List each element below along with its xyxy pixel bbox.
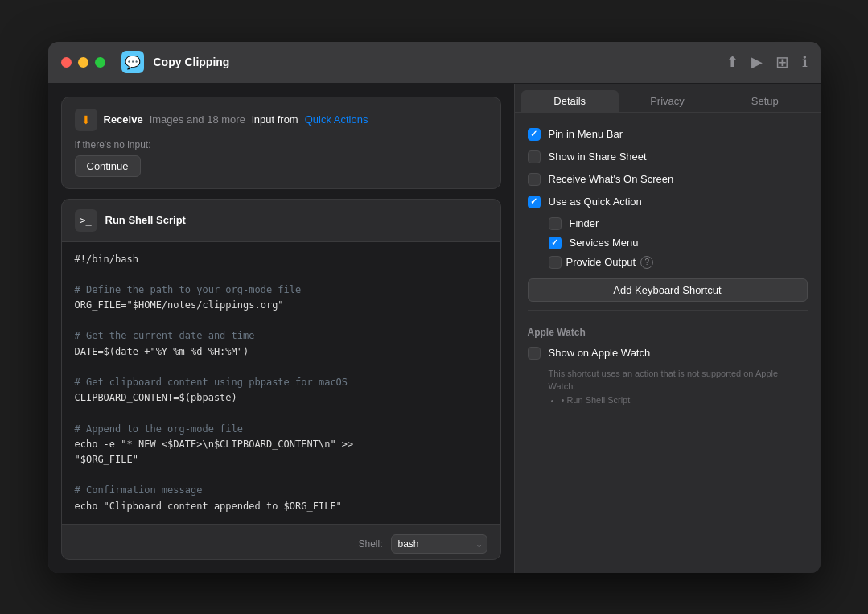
comment1: # Define the path to your org-mode file xyxy=(75,284,302,295)
window-title: Copy Clipping xyxy=(154,56,717,68)
apple-watch-label: Show on Apple Watch xyxy=(549,347,651,359)
receive-sublabel: Images and 18 more xyxy=(150,113,245,126)
no-input-label: If there's no input: xyxy=(75,139,487,150)
org-file-line: ORG_FILE="$HOME/notes/clippings.org" xyxy=(75,299,284,311)
show-share-sheet-label: Show in Share Sheet xyxy=(549,150,647,163)
shell-select-wrapper: bash xyxy=(391,534,487,554)
tab-setup[interactable]: Setup xyxy=(716,90,813,112)
side-tabs: Details Privacy Setup xyxy=(515,84,821,113)
pin-menu-bar-label: Pin in Menu Bar xyxy=(549,128,623,140)
show-share-sheet-checkbox[interactable] xyxy=(528,150,541,163)
minimize-button[interactable] xyxy=(78,57,88,68)
services-menu-checkbox[interactable] xyxy=(549,237,562,249)
receive-block: ⬇ Receive Images and 18 more input from … xyxy=(61,97,501,189)
comment3: # Get clipboard content using pbpaste fo… xyxy=(75,377,348,388)
traffic-lights xyxy=(61,57,105,68)
script-icon: >_ xyxy=(75,209,97,232)
provide-output-label: Provide Output xyxy=(566,256,636,268)
run-button[interactable]: ▶ xyxy=(751,53,763,71)
finder-row: Finder xyxy=(549,216,808,232)
app-window: 💬 Copy Clipping ⬆ ▶ ⊞ ℹ ⬇ Receive Images… xyxy=(48,42,821,573)
use-quick-action-label: Use as Quick Action xyxy=(549,196,642,208)
apple-watch-checkbox[interactable] xyxy=(528,347,541,360)
apple-watch-note: This shortcut uses an action that is not… xyxy=(549,367,808,407)
script-block: >_ Run Shell Script #!/bin/bash # Define… xyxy=(61,199,501,560)
receive-from: input from xyxy=(252,113,298,126)
script-header: >_ Run Shell Script xyxy=(62,200,500,242)
date-line: DATE=$(date +"%Y-%m-%d %H:%M") xyxy=(75,346,249,357)
continue-button[interactable]: Continue xyxy=(75,155,141,177)
app-icon: 💬 xyxy=(121,51,144,73)
titlebar: 💬 Copy Clipping ⬆ ▶ ⊞ ℹ xyxy=(48,42,821,84)
pin-menu-bar-checkbox[interactable] xyxy=(528,128,541,141)
titlebar-actions: ⬆ ▶ ⊞ ℹ xyxy=(726,52,808,72)
tab-privacy[interactable]: Privacy xyxy=(619,90,716,112)
add-shortcut-button[interactable]: ⊞ xyxy=(775,52,789,72)
shell-label: Shell: xyxy=(358,538,382,550)
code-editor[interactable]: #!/bin/bash # Define the path to your or… xyxy=(62,242,500,524)
script-options: Shell: bash Input: Input xyxy=(62,524,500,560)
receive-label: Receive xyxy=(104,113,143,126)
org-file-ref: "$ORG_FILE" xyxy=(75,454,138,465)
receive-on-screen-row: Receive What's On Screen xyxy=(528,171,808,188)
apple-watch-list-item: • Run Shell Script xyxy=(562,394,808,407)
provide-output-info-icon[interactable]: ? xyxy=(640,256,653,269)
apple-watch-row: Show on Apple Watch xyxy=(528,344,808,362)
apple-watch-section-label: Apple Watch xyxy=(528,327,808,338)
side-panel: Details Privacy Setup Pin in Menu Bar Sh… xyxy=(515,84,821,573)
use-quick-action-checkbox[interactable] xyxy=(528,196,541,208)
add-keyboard-shortcut-button[interactable]: Add Keyboard Shortcut xyxy=(528,278,808,302)
shell-select[interactable]: bash xyxy=(391,534,487,554)
provide-output-checkbox[interactable] xyxy=(549,256,562,269)
divider xyxy=(528,310,808,311)
comment2: # Get the current date and time xyxy=(75,330,255,341)
quick-action-sub-options: Finder Services Menu Provide Output ? xyxy=(549,216,808,270)
receive-header: ⬇ Receive Images and 18 more input from … xyxy=(75,109,487,131)
receive-on-screen-label: Receive What's On Screen xyxy=(549,173,674,185)
clipboard-line: CLIPBOARD_CONTENT=$(pbpaste) xyxy=(75,392,237,403)
share-button[interactable]: ⬆ xyxy=(726,53,738,71)
main-panel: ⬇ Receive Images and 18 more input from … xyxy=(48,84,515,573)
echo2-line: echo "Clipboard content appended to $ORG… xyxy=(75,501,342,512)
script-title: Run Shell Script xyxy=(105,214,186,226)
services-menu-row: Services Menu xyxy=(549,235,808,251)
shebang-line: #!/bin/bash xyxy=(75,253,138,265)
pin-menu-bar-row: Pin in Menu Bar xyxy=(528,126,808,143)
comment4: # Append to the org-mode file xyxy=(75,423,244,435)
info-button[interactable]: ℹ xyxy=(802,53,808,71)
comment5: # Confirmation message xyxy=(75,484,203,496)
use-quick-action-row: Use as Quick Action xyxy=(528,193,808,211)
receive-link[interactable]: Quick Actions xyxy=(305,113,368,126)
side-content: Pin in Menu Bar Show in Share Sheet Rece… xyxy=(515,113,821,420)
close-button[interactable] xyxy=(61,57,72,68)
finder-checkbox[interactable] xyxy=(549,217,562,230)
finder-label: Finder xyxy=(570,217,599,229)
services-menu-label: Services Menu xyxy=(570,237,639,249)
shell-row: Shell: bash xyxy=(75,534,487,554)
show-share-sheet-row: Show in Share Sheet xyxy=(528,148,808,166)
receive-on-screen-checkbox[interactable] xyxy=(528,173,541,186)
provide-output-row: Provide Output ? xyxy=(549,254,808,270)
receive-icon: ⬇ xyxy=(75,109,97,131)
maximize-button[interactable] xyxy=(95,57,105,68)
content: ⬇ Receive Images and 18 more input from … xyxy=(48,84,821,573)
tab-details[interactable]: Details xyxy=(521,90,619,112)
echo-line: echo -e "* NEW <$DATE>\n$CLIPBOARD_CONTE… xyxy=(75,439,354,450)
